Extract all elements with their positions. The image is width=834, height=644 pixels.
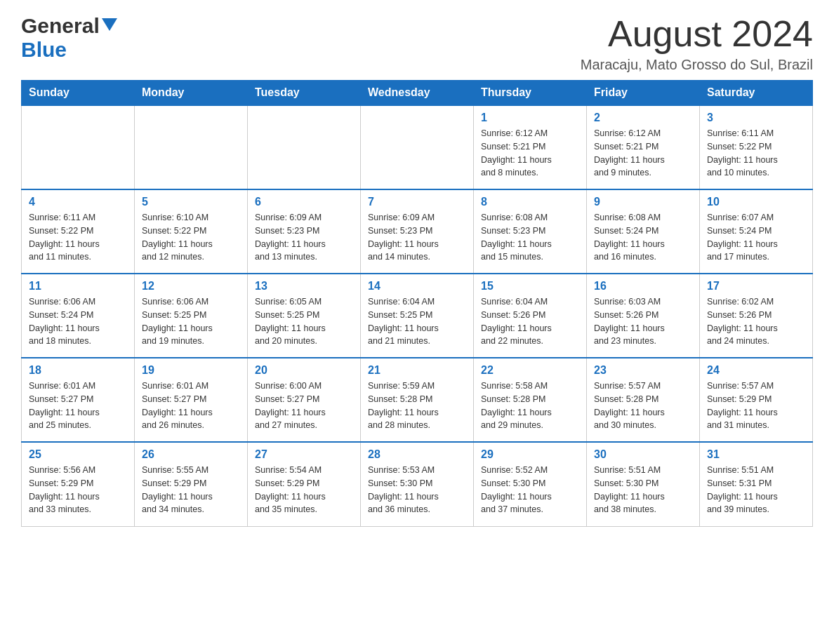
- calendar-cell: 20Sunrise: 6:00 AMSunset: 5:27 PMDayligh…: [248, 358, 361, 442]
- calendar-cell: 16Sunrise: 6:03 AMSunset: 5:26 PMDayligh…: [587, 274, 700, 358]
- day-number: 7: [368, 196, 466, 208]
- calendar-cell: 4Sunrise: 6:11 AMSunset: 5:22 PMDaylight…: [22, 189, 135, 274]
- day-info: Sunrise: 5:59 AMSunset: 5:28 PMDaylight:…: [368, 380, 466, 432]
- day-info: Sunrise: 6:00 AMSunset: 5:27 PMDaylight:…: [255, 380, 353, 432]
- day-number: 13: [255, 280, 353, 293]
- calendar-cell: 23Sunrise: 5:57 AMSunset: 5:28 PMDayligh…: [587, 358, 700, 442]
- logo: General Blue: [21, 14, 117, 62]
- day-number: 30: [594, 448, 692, 461]
- day-info: Sunrise: 6:12 AMSunset: 5:21 PMDaylight:…: [481, 127, 579, 180]
- day-info: Sunrise: 5:52 AMSunset: 5:30 PMDaylight:…: [481, 464, 579, 516]
- logo-general-text: General: [21, 14, 100, 38]
- calendar-cell: 27Sunrise: 5:54 AMSunset: 5:29 PMDayligh…: [248, 442, 361, 526]
- day-info: Sunrise: 5:53 AMSunset: 5:30 PMDaylight:…: [368, 464, 466, 516]
- calendar-cell: [361, 105, 474, 189]
- calendar-table: SundayMondayTuesdayWednesdayThursdayFrid…: [21, 80, 813, 527]
- day-info: Sunrise: 6:08 AMSunset: 5:23 PMDaylight:…: [481, 211, 579, 264]
- calendar-cell: 24Sunrise: 5:57 AMSunset: 5:29 PMDayligh…: [700, 358, 813, 442]
- calendar-cell: 19Sunrise: 6:01 AMSunset: 5:27 PMDayligh…: [135, 358, 248, 442]
- calendar-header-saturday: Saturday: [700, 81, 813, 106]
- calendar-header-monday: Monday: [135, 81, 248, 106]
- calendar-cell: 15Sunrise: 6:04 AMSunset: 5:26 PMDayligh…: [474, 274, 587, 358]
- calendar-cell: 30Sunrise: 5:51 AMSunset: 5:30 PMDayligh…: [587, 442, 700, 526]
- day-info: Sunrise: 6:07 AMSunset: 5:24 PMDaylight:…: [707, 211, 805, 264]
- page-header: General Blue August 2024 Maracaju, Mato …: [21, 14, 813, 73]
- logo-blue-text: Blue: [21, 38, 67, 61]
- day-info: Sunrise: 6:03 AMSunset: 5:26 PMDaylight:…: [594, 295, 692, 348]
- day-number: 22: [481, 364, 579, 377]
- day-number: 19: [142, 364, 240, 377]
- day-number: 3: [707, 112, 805, 124]
- day-info: Sunrise: 6:09 AMSunset: 5:23 PMDaylight:…: [255, 211, 353, 264]
- calendar-cell: [135, 105, 248, 189]
- calendar-cell: 31Sunrise: 5:51 AMSunset: 5:31 PMDayligh…: [700, 442, 813, 526]
- day-number: 9: [594, 196, 692, 208]
- calendar-cell: 12Sunrise: 6:06 AMSunset: 5:25 PMDayligh…: [135, 274, 248, 358]
- calendar-week-row: 1Sunrise: 6:12 AMSunset: 5:21 PMDaylight…: [22, 105, 813, 189]
- day-number: 6: [255, 196, 353, 208]
- calendar-cell: 7Sunrise: 6:09 AMSunset: 5:23 PMDaylight…: [361, 189, 474, 274]
- day-number: 26: [142, 448, 240, 461]
- day-info: Sunrise: 6:06 AMSunset: 5:24 PMDaylight:…: [29, 295, 127, 348]
- calendar-cell: 1Sunrise: 6:12 AMSunset: 5:21 PMDaylight…: [474, 105, 587, 189]
- day-info: Sunrise: 5:54 AMSunset: 5:29 PMDaylight:…: [255, 464, 353, 516]
- day-number: 20: [255, 364, 353, 377]
- calendar-cell: 14Sunrise: 6:04 AMSunset: 5:25 PMDayligh…: [361, 274, 474, 358]
- calendar-week-row: 25Sunrise: 5:56 AMSunset: 5:29 PMDayligh…: [22, 442, 813, 526]
- day-info: Sunrise: 6:02 AMSunset: 5:26 PMDaylight:…: [707, 295, 805, 348]
- day-number: 25: [29, 448, 127, 461]
- day-info: Sunrise: 6:04 AMSunset: 5:25 PMDaylight:…: [368, 295, 466, 348]
- calendar-cell: 29Sunrise: 5:52 AMSunset: 5:30 PMDayligh…: [474, 442, 587, 526]
- calendar-header-wednesday: Wednesday: [361, 81, 474, 106]
- calendar-cell: 6Sunrise: 6:09 AMSunset: 5:23 PMDaylight…: [248, 189, 361, 274]
- day-number: 4: [29, 196, 127, 208]
- calendar-header-friday: Friday: [587, 81, 700, 106]
- location-title: Maracaju, Mato Grosso do Sul, Brazil: [581, 57, 813, 73]
- day-number: 10: [707, 196, 805, 208]
- day-number: 12: [142, 280, 240, 293]
- calendar-header-tuesday: Tuesday: [248, 81, 361, 106]
- calendar-cell: 17Sunrise: 6:02 AMSunset: 5:26 PMDayligh…: [700, 274, 813, 358]
- calendar-cell: 26Sunrise: 5:55 AMSunset: 5:29 PMDayligh…: [135, 442, 248, 526]
- day-number: 15: [481, 280, 579, 293]
- calendar-cell: 28Sunrise: 5:53 AMSunset: 5:30 PMDayligh…: [361, 442, 474, 526]
- day-number: 24: [707, 364, 805, 377]
- calendar-cell: 21Sunrise: 5:59 AMSunset: 5:28 PMDayligh…: [361, 358, 474, 442]
- day-info: Sunrise: 5:58 AMSunset: 5:28 PMDaylight:…: [481, 380, 579, 432]
- calendar-cell: 9Sunrise: 6:08 AMSunset: 5:24 PMDaylight…: [587, 189, 700, 274]
- calendar-cell: 25Sunrise: 5:56 AMSunset: 5:29 PMDayligh…: [22, 442, 135, 526]
- svg-marker-0: [102, 18, 117, 31]
- day-number: 29: [481, 448, 579, 461]
- calendar-cell: 22Sunrise: 5:58 AMSunset: 5:28 PMDayligh…: [474, 358, 587, 442]
- day-info: Sunrise: 6:05 AMSunset: 5:25 PMDaylight:…: [255, 295, 353, 348]
- calendar-header-row: SundayMondayTuesdayWednesdayThursdayFrid…: [22, 81, 813, 106]
- day-number: 23: [594, 364, 692, 377]
- calendar-body: 1Sunrise: 6:12 AMSunset: 5:21 PMDaylight…: [22, 105, 813, 526]
- calendar-cell: 3Sunrise: 6:11 AMSunset: 5:22 PMDaylight…: [700, 105, 813, 189]
- day-number: 21: [368, 364, 466, 377]
- day-number: 2: [594, 112, 692, 124]
- day-number: 16: [594, 280, 692, 293]
- day-info: Sunrise: 6:08 AMSunset: 5:24 PMDaylight:…: [594, 211, 692, 264]
- day-number: 8: [481, 196, 579, 208]
- calendar-header-thursday: Thursday: [474, 81, 587, 106]
- month-title: August 2024: [581, 14, 813, 54]
- day-info: Sunrise: 5:55 AMSunset: 5:29 PMDaylight:…: [142, 464, 240, 516]
- day-info: Sunrise: 6:09 AMSunset: 5:23 PMDaylight:…: [368, 211, 466, 264]
- day-info: Sunrise: 6:11 AMSunset: 5:22 PMDaylight:…: [29, 211, 127, 264]
- calendar-cell: [248, 105, 361, 189]
- day-number: 28: [368, 448, 466, 461]
- day-info: Sunrise: 6:10 AMSunset: 5:22 PMDaylight:…: [142, 211, 240, 264]
- day-info: Sunrise: 5:57 AMSunset: 5:28 PMDaylight:…: [594, 380, 692, 432]
- day-number: 1: [481, 112, 579, 124]
- calendar-cell: 18Sunrise: 6:01 AMSunset: 5:27 PMDayligh…: [22, 358, 135, 442]
- day-info: Sunrise: 6:11 AMSunset: 5:22 PMDaylight:…: [707, 127, 805, 180]
- day-info: Sunrise: 5:56 AMSunset: 5:29 PMDaylight:…: [29, 464, 127, 516]
- day-info: Sunrise: 6:01 AMSunset: 5:27 PMDaylight:…: [29, 380, 127, 432]
- day-number: 27: [255, 448, 353, 461]
- calendar-header-sunday: Sunday: [22, 81, 135, 106]
- title-area: August 2024 Maracaju, Mato Grosso do Sul…: [581, 14, 813, 73]
- day-number: 11: [29, 280, 127, 293]
- day-number: 18: [29, 364, 127, 377]
- calendar-week-row: 4Sunrise: 6:11 AMSunset: 5:22 PMDaylight…: [22, 189, 813, 274]
